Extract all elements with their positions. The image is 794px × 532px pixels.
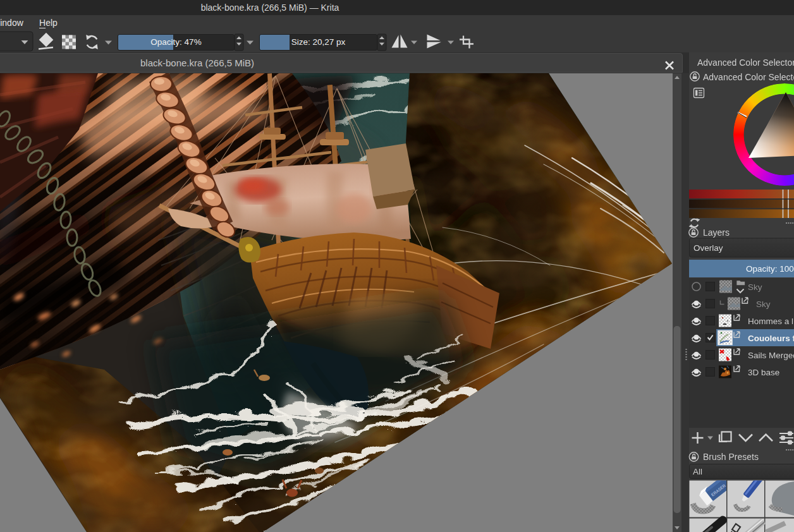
svg-text:Opacity: 100%: Opacity: 100% <box>746 264 794 274</box>
svg-text:Brush Presets: Brush Presets <box>703 452 759 462</box>
svg-text:Overlay: Overlay <box>693 243 723 253</box>
svg-text:All: All <box>693 467 702 476</box>
svg-text:Advanced Color Selector: Advanced Color Selector <box>697 57 794 68</box>
svg-text:Advanced Color Selecto: Advanced Color Selecto <box>703 72 794 82</box>
svg-text:3D base: 3D base <box>748 368 779 377</box>
svg-text:Layers: Layers <box>703 227 730 238</box>
svg-text:Sails Merged: Sails Merged <box>748 351 794 360</box>
svg-text:Sky: Sky <box>748 282 762 292</box>
svg-text:Couoleurs f: Couoleurs f <box>748 334 794 343</box>
svg-text:Hommes a l: Hommes a l <box>748 317 793 326</box>
svg-text:Sky: Sky <box>756 299 771 309</box>
